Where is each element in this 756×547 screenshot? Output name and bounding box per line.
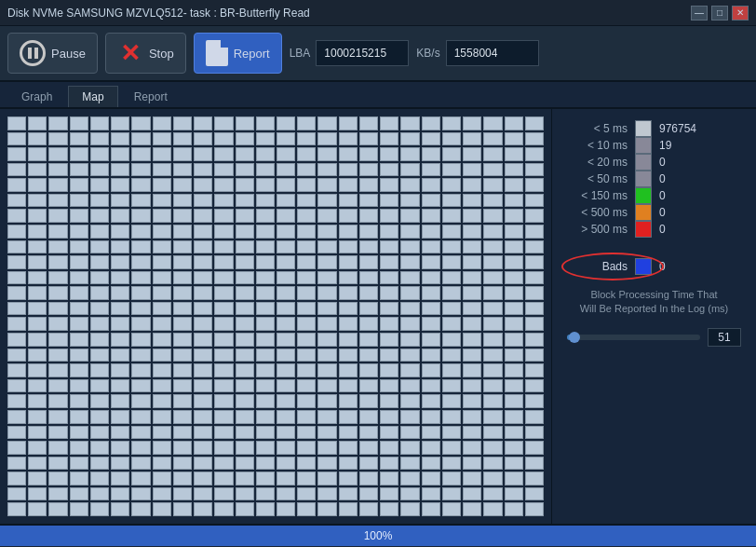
grid-cell	[70, 472, 88, 485]
grid-cell	[277, 441, 295, 455]
grid-cell	[111, 286, 129, 300]
grid-cell	[400, 163, 419, 177]
legend-item-label: < 500 ms	[567, 206, 628, 219]
stop-button[interactable]: ✕ Stop	[105, 33, 186, 74]
toolbar: Pause ✕ Stop Report LBA 1000215215 KB/s …	[0, 26, 756, 82]
grid-cell	[153, 271, 171, 285]
bads-color	[635, 258, 652, 275]
grid-cell	[48, 410, 67, 424]
grid-cell	[236, 333, 254, 347]
grid-cell	[7, 317, 26, 331]
grid-cell	[90, 410, 109, 424]
grid-cell	[483, 194, 502, 208]
grid-cell	[400, 147, 419, 161]
slider-thumb[interactable]	[569, 332, 580, 343]
grid-cell	[70, 147, 88, 161]
grid-cell	[525, 147, 544, 161]
grid-cell	[48, 349, 67, 362]
grid-cell	[7, 349, 26, 362]
grid-cell	[214, 502, 233, 516]
grid-cell	[256, 194, 275, 208]
grid-cell	[236, 194, 254, 208]
grid-cell	[525, 225, 544, 239]
grid-cell	[380, 333, 398, 347]
grid-cell	[422, 286, 440, 300]
grid-cell	[380, 132, 398, 146]
grid-cell	[463, 302, 481, 316]
grid-cell	[111, 333, 129, 347]
grid-cell	[359, 379, 378, 393]
stop-label: Stop	[149, 47, 174, 61]
grid-cell	[339, 487, 358, 501]
grid-cell	[214, 472, 233, 485]
grid-cell	[442, 194, 461, 208]
grid-cell	[173, 487, 192, 501]
grid-cell	[90, 225, 109, 239]
grid-cell	[70, 317, 88, 331]
pause-button[interactable]: Pause	[7, 33, 98, 74]
grid-cell	[194, 349, 212, 362]
grid-cell	[339, 333, 358, 347]
legend-item-value: 19	[659, 139, 696, 152]
grid-cell	[359, 363, 378, 377]
grid-cell	[277, 286, 295, 300]
grid-cell	[48, 487, 67, 501]
grid-cell	[505, 178, 523, 192]
grid-cell	[153, 209, 171, 223]
slider-track[interactable]	[567, 335, 700, 340]
tab-bar: Graph Map Report	[0, 82, 756, 109]
grid-cell	[463, 286, 481, 300]
block-info-line2: Will Be Reported In the Log (ms)	[567, 302, 741, 316]
grid-cell	[297, 132, 316, 146]
grid-cell	[339, 410, 358, 424]
grid-cell	[483, 209, 502, 223]
grid-cell	[194, 487, 212, 501]
grid-cell	[442, 457, 461, 471]
grid-cell	[339, 302, 358, 316]
close-button[interactable]: ✕	[732, 6, 749, 21]
grid-cell	[505, 441, 523, 455]
grid-cell	[214, 163, 233, 177]
grid-cell	[256, 271, 275, 285]
grid-cell	[359, 317, 378, 331]
grid-cell	[28, 178, 47, 192]
grid-cell	[28, 194, 47, 208]
minimize-button[interactable]: —	[691, 6, 708, 21]
report-button[interactable]: Report	[194, 33, 282, 74]
slider-value: 51	[708, 328, 741, 347]
grid-cell	[28, 457, 47, 471]
grid-cell	[131, 163, 150, 177]
grid-cell	[70, 487, 88, 501]
grid-cell	[442, 472, 461, 485]
grid-cell	[256, 302, 275, 316]
grid-cell	[380, 472, 398, 485]
grid-cell	[111, 379, 129, 393]
grid-cell	[173, 255, 192, 269]
window-controls[interactable]: — □ ✕	[691, 6, 749, 21]
grid-cell	[277, 271, 295, 285]
grid-cell	[359, 441, 378, 455]
grid-cell	[48, 286, 67, 300]
grid-cell	[317, 457, 336, 471]
grid-cell	[48, 116, 67, 130]
tab-map[interactable]: Map	[68, 86, 117, 107]
grid-cell	[442, 394, 461, 408]
grid-cell	[525, 487, 544, 501]
grid-cell	[48, 132, 67, 146]
maximize-button[interactable]: □	[711, 6, 728, 21]
grid-cell	[256, 132, 275, 146]
grid-cell	[153, 163, 171, 177]
grid-cell	[214, 487, 233, 501]
grid-cell	[400, 178, 419, 192]
grid-cell	[339, 441, 358, 455]
grid-cell	[256, 457, 275, 471]
grid-cell	[48, 363, 67, 377]
tab-report[interactable]: Report	[120, 86, 182, 107]
grid-cell	[236, 363, 254, 377]
legend-item-color	[635, 171, 652, 187]
grid-cell	[483, 394, 502, 408]
tab-graph[interactable]: Graph	[7, 86, 66, 107]
grid-cell	[131, 132, 150, 146]
grid-cell	[297, 116, 316, 130]
grid-cell	[380, 286, 398, 300]
